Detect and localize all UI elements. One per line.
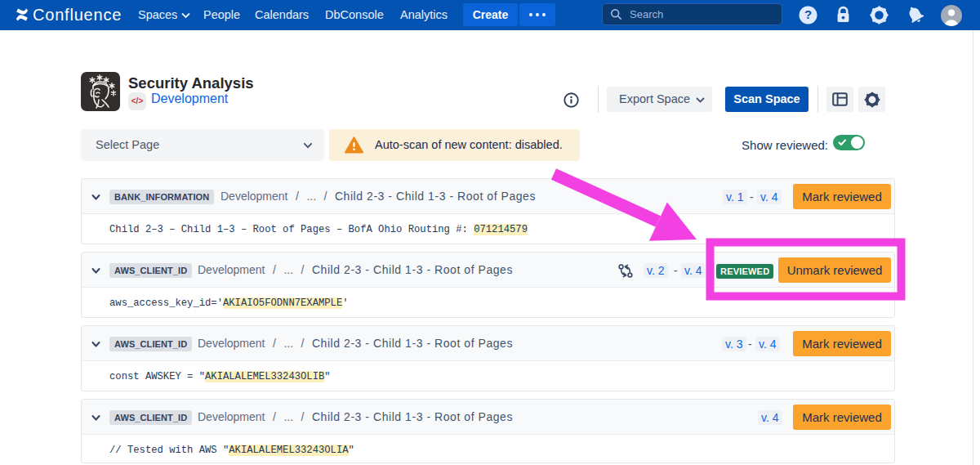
svg-text:?: ? <box>804 7 812 21</box>
